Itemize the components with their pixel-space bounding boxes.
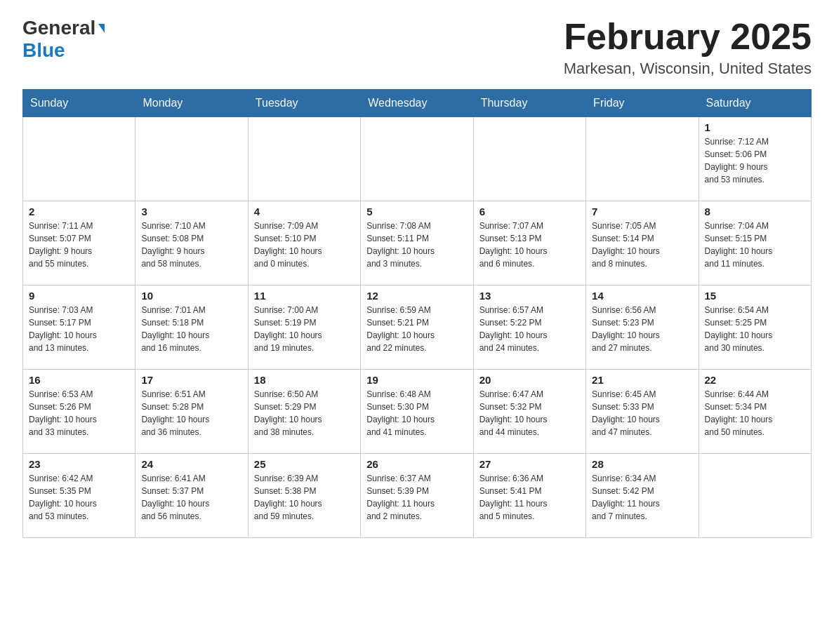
- day-info: Daylight: 10 hours: [479, 329, 580, 342]
- calendar-title: February 2025: [564, 17, 812, 57]
- calendar-cell: 25Sunrise: 6:39 AMSunset: 5:38 PMDayligh…: [248, 454, 360, 538]
- day-info: Daylight: 11 hours: [592, 497, 692, 510]
- title-block: February 2025 Markesan, Wisconsin, Unite…: [564, 17, 812, 78]
- day-info: Daylight: 10 hours: [705, 413, 805, 426]
- day-info: Sunset: 5:26 PM: [29, 401, 129, 413]
- day-info: Sunrise: 6:36 AM: [479, 472, 580, 485]
- day-number: 23: [29, 458, 129, 470]
- calendar-cell: 22Sunrise: 6:44 AMSunset: 5:34 PMDayligh…: [699, 370, 811, 454]
- day-info: and 8 minutes.: [592, 257, 692, 270]
- day-info: and 44 minutes.: [479, 426, 580, 438]
- day-info: Daylight: 10 hours: [29, 413, 129, 426]
- day-number: 18: [254, 374, 355, 386]
- day-info: and 27 minutes.: [592, 342, 692, 354]
- calendar-cell: [473, 117, 585, 201]
- calendar-cell: 14Sunrise: 6:56 AMSunset: 5:23 PMDayligh…: [586, 286, 699, 370]
- day-info: Sunrise: 6:51 AM: [141, 388, 241, 401]
- day-info: Daylight: 11 hours: [366, 497, 467, 510]
- calendar-cell: 4Sunrise: 7:09 AMSunset: 5:10 PMDaylight…: [248, 201, 360, 286]
- day-number: 2: [29, 206, 129, 217]
- day-info: Sunset: 5:39 PM: [366, 485, 467, 497]
- day-info: and 0 minutes.: [254, 257, 355, 270]
- day-info: Daylight: 10 hours: [254, 329, 355, 342]
- day-info: and 5 minutes.: [479, 510, 580, 523]
- day-number: 4: [254, 206, 355, 217]
- day-info: Daylight: 10 hours: [141, 413, 241, 426]
- day-info: Sunrise: 7:07 AM: [479, 220, 580, 232]
- day-info: and 41 minutes.: [366, 426, 467, 438]
- day-number: 15: [705, 290, 805, 302]
- calendar-cell: 26Sunrise: 6:37 AMSunset: 5:39 PMDayligh…: [361, 454, 473, 538]
- day-info: Sunrise: 7:00 AM: [254, 304, 355, 316]
- day-info: and 36 minutes.: [141, 426, 241, 438]
- day-info: Daylight: 11 hours: [479, 497, 580, 510]
- day-number: 16: [29, 374, 129, 386]
- calendar-body: 1Sunrise: 7:12 AMSunset: 5:06 PMDaylight…: [23, 117, 812, 538]
- calendar-week-row: 2Sunrise: 7:11 AMSunset: 5:07 PMDaylight…: [23, 201, 812, 286]
- day-info: Daylight: 9 hours: [29, 245, 129, 257]
- day-info: Daylight: 10 hours: [254, 413, 355, 426]
- day-info: Sunset: 5:10 PM: [254, 232, 355, 245]
- calendar-week-row: 16Sunrise: 6:53 AMSunset: 5:26 PMDayligh…: [23, 370, 812, 454]
- day-info: Sunset: 5:11 PM: [366, 232, 467, 245]
- day-number: 26: [366, 458, 467, 470]
- day-info: Sunset: 5:15 PM: [705, 232, 805, 245]
- day-info: Sunset: 5:23 PM: [592, 316, 692, 329]
- day-info: and 55 minutes.: [29, 257, 129, 270]
- day-info: Sunrise: 7:05 AM: [592, 220, 692, 232]
- calendar-cell: 8Sunrise: 7:04 AMSunset: 5:15 PMDaylight…: [699, 201, 811, 286]
- day-info: Daylight: 10 hours: [366, 413, 467, 426]
- day-info: and 38 minutes.: [254, 426, 355, 438]
- day-info: and 19 minutes.: [254, 342, 355, 354]
- weekday-header-saturday: Saturday: [699, 90, 811, 117]
- day-info: Sunrise: 6:48 AM: [366, 388, 467, 401]
- calendar-cell: 12Sunrise: 6:59 AMSunset: 5:21 PMDayligh…: [361, 286, 473, 370]
- day-info: Sunrise: 7:01 AM: [141, 304, 241, 316]
- day-info: Sunrise: 7:08 AM: [366, 220, 467, 232]
- calendar-cell: 1Sunrise: 7:12 AMSunset: 5:06 PMDaylight…: [699, 117, 811, 201]
- day-info: Sunset: 5:22 PM: [479, 316, 580, 329]
- day-info: Sunset: 5:42 PM: [592, 485, 692, 497]
- day-info: Sunrise: 6:42 AM: [29, 472, 129, 485]
- calendar-cell: [135, 117, 248, 201]
- day-number: 14: [592, 290, 692, 302]
- calendar-header: SundayMondayTuesdayWednesdayThursdayFrid…: [23, 90, 812, 117]
- day-info: Sunrise: 6:54 AM: [705, 304, 805, 316]
- day-info: Daylight: 10 hours: [29, 497, 129, 510]
- calendar-cell: 3Sunrise: 7:10 AMSunset: 5:08 PMDaylight…: [135, 201, 248, 286]
- day-info: Daylight: 10 hours: [592, 413, 692, 426]
- day-info: and 47 minutes.: [592, 426, 692, 438]
- day-info: Sunrise: 6:50 AM: [254, 388, 355, 401]
- day-info: Daylight: 10 hours: [29, 329, 129, 342]
- weekday-header-monday: Monday: [135, 90, 248, 117]
- page-header: General Blue February 2025 Markesan, Wis…: [22, 17, 812, 78]
- day-info: and 24 minutes.: [479, 342, 580, 354]
- day-info: and 22 minutes.: [366, 342, 467, 354]
- day-number: 17: [141, 374, 241, 386]
- day-info: Sunset: 5:07 PM: [29, 232, 129, 245]
- calendar-cell: [586, 117, 699, 201]
- day-info: Daylight: 10 hours: [705, 329, 805, 342]
- day-info: Sunrise: 7:03 AM: [29, 304, 129, 316]
- day-info: Sunset: 5:19 PM: [254, 316, 355, 329]
- day-info: Sunset: 5:18 PM: [141, 316, 241, 329]
- weekday-header-tuesday: Tuesday: [248, 90, 360, 117]
- day-info: Sunrise: 7:09 AM: [254, 220, 355, 232]
- day-info: Sunrise: 7:10 AM: [141, 220, 241, 232]
- calendar-cell: 15Sunrise: 6:54 AMSunset: 5:25 PMDayligh…: [699, 286, 811, 370]
- day-info: Sunrise: 7:12 AM: [705, 135, 805, 148]
- calendar-cell: 7Sunrise: 7:05 AMSunset: 5:14 PMDaylight…: [586, 201, 699, 286]
- day-info: Daylight: 9 hours: [141, 245, 241, 257]
- day-number: 5: [366, 206, 467, 217]
- day-info: Sunset: 5:30 PM: [366, 401, 467, 413]
- day-info: Daylight: 10 hours: [366, 245, 467, 257]
- day-info: Daylight: 10 hours: [705, 245, 805, 257]
- calendar-week-row: 1Sunrise: 7:12 AMSunset: 5:06 PMDaylight…: [23, 117, 812, 201]
- day-info: Sunrise: 6:41 AM: [141, 472, 241, 485]
- day-info: Sunrise: 6:53 AM: [29, 388, 129, 401]
- calendar-cell: 28Sunrise: 6:34 AMSunset: 5:42 PMDayligh…: [586, 454, 699, 538]
- logo-arrow-icon: [98, 24, 105, 33]
- calendar-cell: 9Sunrise: 7:03 AMSunset: 5:17 PMDaylight…: [23, 286, 135, 370]
- calendar-cell: 18Sunrise: 6:50 AMSunset: 5:29 PMDayligh…: [248, 370, 360, 454]
- day-info: Daylight: 10 hours: [479, 245, 580, 257]
